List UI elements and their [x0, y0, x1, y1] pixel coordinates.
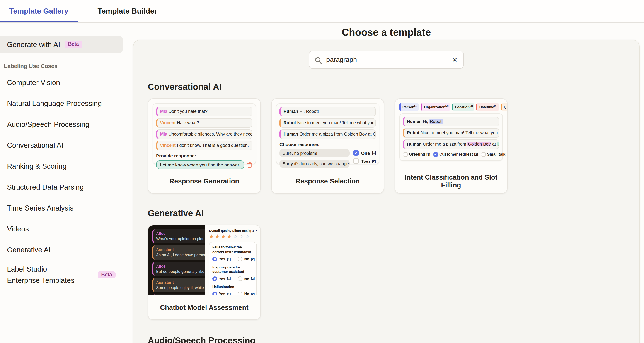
question-radio-row: Yes[1] No[2] — [212, 257, 253, 261]
header-tab-bar: Template Gallery Template Builder — [0, 0, 644, 23]
conversational-ai-cards: Mia Don’t you hate that? Vincent Hate wh… — [148, 98, 625, 194]
message-text: Order me a pizza from — [423, 141, 468, 146]
star-filled-icon: ★ — [221, 233, 227, 240]
chat-message: Assistant As an AI, I don’t have person — [152, 246, 205, 260]
sidebar-item-generative-ai[interactable]: Generative AI — [0, 239, 122, 260]
location-highlight: Green St. — [497, 141, 499, 146]
trash-icon — [247, 161, 252, 168]
response-option: Sure, no problem! — [280, 149, 350, 157]
radio-selected-icon — [212, 257, 217, 261]
question-label: Fails to follow the correct instruction/… — [212, 245, 253, 255]
sidebar-item-videos[interactable]: Videos — [0, 218, 122, 239]
star-filled-icon: ★ — [227, 233, 232, 240]
sidebar-item-audio-speech-processing[interactable]: Audio/Speech Processing — [0, 114, 122, 135]
radio-unselected-icon — [238, 276, 242, 281]
chat-message: Human Order me a pizza from Golden Boy a… — [280, 129, 376, 139]
question-radio-row: Yes[1] No[2] — [212, 276, 253, 281]
section-heading-conversational-ai: Conversational AI — [148, 82, 625, 92]
message-text: at — [491, 141, 497, 146]
radio-selected-icon — [212, 292, 217, 295]
star-filled-icon: ★ — [215, 233, 221, 240]
template-card-response-selection[interactable]: Human Hi, Robot! Robot Nice to meet you … — [271, 98, 384, 194]
chat-message: Vincent Hate what? — [156, 118, 252, 128]
main-content: Choose a template Conversational AI — [122, 23, 644, 343]
sidebar-item-structured-data-parsing[interactable]: Structured Data Parsing — [0, 177, 122, 197]
chat-message: Alice But do people generally like — [152, 262, 205, 276]
chat-message: Mia Uncomfortable silences. Why are they… — [156, 129, 252, 139]
star-empty-icon: ☆ — [239, 233, 244, 240]
dark-chat-panel: Alice What’s your opinion on pine Assist… — [148, 225, 205, 295]
sidebar-item-ranking-scoring[interactable]: Ranking & Scoring — [0, 156, 122, 177]
choice-one: One[1] — [353, 150, 376, 156]
chat-message: Alice What’s your opinion on pine — [152, 229, 205, 243]
card-preview: Person[1] Organization[2] Location[3] Da… — [395, 99, 507, 169]
response-text: Let me know when you find the answer — [160, 162, 239, 167]
sidebar-item-enterprise-templates[interactable]: Label Studio Enterprise Templates Beta — [0, 260, 122, 289]
search-icon — [315, 57, 320, 62]
tab-template-gallery[interactable]: Template Gallery — [0, 0, 78, 22]
chat-message: Mia Don’t you hate that? — [156, 107, 252, 116]
star-empty-icon: ☆ — [232, 233, 238, 240]
template-gallery-page: Template Gallery Template Builder Genera… — [0, 0, 644, 343]
message-text: Nice to meet you man! Tell me what you w… — [420, 130, 499, 135]
message-text: Order me a pizza from Golden Boy at Gree… — [299, 132, 376, 136]
section-heading-generative-ai: Generative AI — [148, 208, 625, 218]
checkbox-unchecked-icon — [481, 152, 486, 157]
entity-tag-datetime: Datetime[4] — [476, 103, 499, 110]
radio-unselected-icon — [238, 257, 242, 261]
sidebar-item-natural-language-processing[interactable]: Natural Language Processing — [0, 93, 122, 114]
message-text: Hi, Robot! — [299, 109, 319, 114]
provide-response-label: Provide response: — [156, 153, 252, 158]
choice-label: One — [361, 150, 370, 155]
chat-message: Robot Nice to meet you man! Tell me what… — [280, 118, 376, 128]
message-text: Nice to meet you man! Tell me what you w… — [297, 120, 376, 125]
checkbox-checked-icon — [353, 150, 359, 156]
template-card-intent-classification[interactable]: Person[1] Organization[2] Location[3] Da… — [394, 98, 508, 194]
speaker-name: Vincent — [160, 120, 176, 125]
speaker-name: Human — [284, 109, 298, 114]
chat-message: Vincent I don’t know. That is a good que… — [156, 141, 252, 150]
intent-customer-request: Customer request[2] — [433, 152, 478, 157]
chat-message: Human Hi, Robot! — [280, 107, 376, 116]
organization-highlight: Golden Boy — [468, 141, 491, 146]
sidebar-item-generate-with-ai[interactable]: Generate with AI Beta — [0, 36, 122, 53]
star-rating: ★★★★☆☆☆ — [209, 234, 257, 239]
card-preview: Human Hi, Robot! Robot Nice to meet you … — [272, 99, 384, 169]
card-title-chatbot-model-assessment: Chatbot Model Assessment — [148, 295, 260, 320]
clear-search-icon[interactable] — [452, 56, 458, 63]
sidebar-item-time-series-analysis[interactable]: Time Series Analysis — [0, 197, 122, 218]
chat-message: Human Hi, Robot! — [403, 117, 499, 126]
person-highlight: Robot! — [429, 119, 443, 124]
sidebar: Generate with AI Beta Labeling Use Cases… — [0, 23, 122, 343]
message-text: Uncomfortable silences. Why are they nec… — [168, 132, 252, 136]
radio-unselected-icon — [238, 292, 242, 295]
template-panel: Conversational AI Mia Don’t you hate tha… — [133, 40, 640, 343]
choice-index: [1] — [372, 151, 376, 154]
likert-scale-label: Overall quality Likert scale; 1-7 — [209, 229, 257, 233]
question-label: Inappropriate for customer assistant — [212, 265, 253, 275]
card-title-response-generation: Response Generation — [148, 169, 260, 193]
speaker-name: Human — [407, 141, 422, 146]
sidebar-item-computer-vision[interactable]: Computer Vision — [0, 72, 122, 93]
checkbox-checked-icon — [433, 152, 438, 157]
choice-index: [2] — [372, 160, 376, 163]
entity-tag-location: Location[3] — [452, 103, 474, 110]
tab-template-builder[interactable]: Template Builder — [88, 0, 166, 22]
chat-message: Robot Nice to meet you man! Tell me what… — [403, 128, 499, 137]
generative-ai-cards: Alice What’s your opinion on pine Assist… — [148, 225, 625, 320]
template-card-response-generation[interactable]: Mia Don’t you hate that? Vincent Hate wh… — [148, 98, 261, 194]
intent-checkboxes-row: Greeting[1] Customer request[2] Small ta… — [403, 152, 499, 157]
search-input[interactable] — [325, 55, 447, 64]
labeling-use-cases-header: Labeling Use Cases — [4, 63, 122, 69]
assessment-questions-box: Fails to follow the correct instruction/… — [209, 242, 257, 295]
sidebar-item-conversational-ai[interactable]: Conversational AI — [0, 135, 122, 156]
choice-two: Two[2] — [353, 158, 376, 164]
template-card-chatbot-model-assessment[interactable]: Alice What’s your opinion on pine Assist… — [148, 225, 261, 320]
speaker-name: Vincent — [160, 143, 176, 148]
radio-selected-icon — [212, 276, 217, 281]
speaker-name: Mia — [160, 109, 167, 114]
enterprise-templates-label: Label Studio Enterprise Templates — [7, 264, 77, 286]
entity-tag-organization: Organization[2] — [421, 103, 450, 110]
generate-with-ai-label: Generate with AI — [7, 40, 60, 49]
star-empty-icon: ☆ — [244, 233, 250, 240]
